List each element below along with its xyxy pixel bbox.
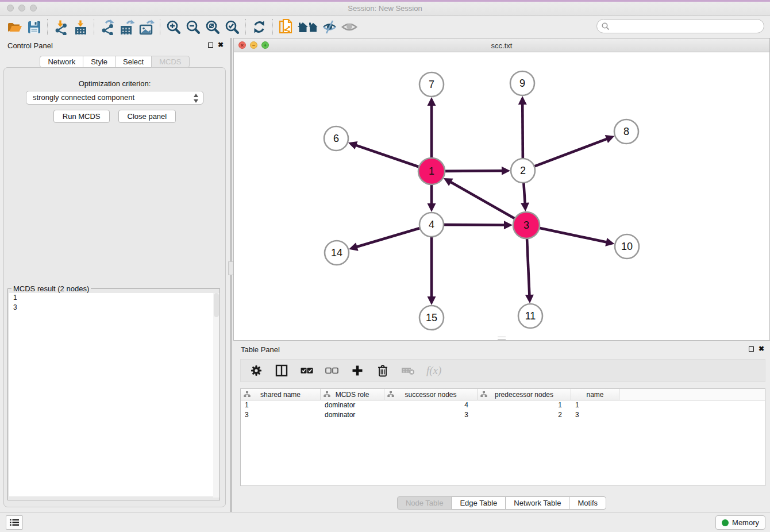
export-image-button[interactable] [137, 18, 156, 36]
search-input[interactable] [613, 21, 764, 31]
network-canvas[interactable]: 7968124314101511 [234, 52, 769, 340]
memory-button[interactable]: Memory [715, 515, 765, 530]
table-cell[interactable]: dominator [321, 410, 384, 420]
new-network-from-selection-button[interactable] [276, 18, 296, 36]
zoom-selected-button[interactable] [222, 18, 242, 36]
table-cell[interactable]: 1 [478, 400, 571, 410]
open-folder-icon [7, 20, 22, 34]
open-file-button[interactable] [5, 18, 24, 36]
graph-edge-2-3[interactable] [523, 183, 525, 204]
criterion-dropdown[interactable]: strongly connected component [26, 91, 203, 105]
show-graphics-details-button[interactable] [340, 18, 359, 36]
graph-edge-3-10[interactable] [540, 228, 607, 242]
table-cell[interactable]: 3 [241, 410, 321, 420]
zoom-in-button[interactable] [164, 18, 183, 36]
zoom-fit-button[interactable] [203, 18, 222, 36]
export-table-button[interactable] [117, 18, 137, 36]
column-header-MCDS-role[interactable]: MCDS role [321, 389, 384, 400]
export-image-icon [138, 20, 155, 35]
import-network-button[interactable] [51, 18, 71, 36]
column-type-icon [244, 391, 251, 398]
import-table-button[interactable] [71, 18, 90, 36]
table-panel: Table Panel ✖ [233, 342, 770, 511]
float-panel-icon[interactable] [208, 43, 213, 48]
zoom-out-button[interactable] [183, 18, 203, 36]
table-cell[interactable]: 1 [571, 400, 619, 410]
tab-edge-table[interactable]: Edge Table [451, 496, 506, 510]
column-header-successor-nodes[interactable]: successor nodes [384, 389, 478, 400]
apply-layout-button[interactable] [249, 18, 269, 36]
column-header-name[interactable]: name [571, 389, 619, 400]
table-cell[interactable]: 4 [384, 400, 478, 410]
save-icon [27, 20, 41, 34]
graph-node-label: 8 [623, 126, 629, 137]
task-history-button[interactable] [6, 515, 23, 530]
export-network-button[interactable] [98, 18, 117, 36]
search-field[interactable] [596, 19, 764, 33]
graph-edge-3-1[interactable] [450, 182, 515, 218]
delete-table-button[interactable] [376, 364, 390, 377]
graph-edge-4-14[interactable] [356, 228, 420, 247]
edge-arrowhead [502, 167, 510, 175]
hide-selected-button[interactable] [320, 18, 340, 36]
deselect-all-button[interactable] [325, 364, 339, 377]
delete-column-button[interactable] [401, 364, 415, 377]
table-cell[interactable]: 1 [241, 400, 321, 410]
table-cell[interactable]: 3 [571, 410, 619, 420]
network-view-window: scc.txt × − + 7968124314101511 [233, 38, 770, 341]
graph-edge-1-6[interactable] [355, 145, 419, 167]
graph-node-label: 11 [525, 310, 536, 322]
table-settings-button[interactable] [249, 364, 263, 377]
column-header-label: predecessor nodes [495, 391, 553, 399]
tab-mcds[interactable]: MCDS [151, 56, 189, 68]
tab-motifs[interactable]: Motifs [569, 496, 606, 510]
save-session-button[interactable] [24, 18, 44, 36]
close-panel-icon[interactable]: ✖ [218, 41, 224, 48]
network-maximize-button[interactable]: + [261, 41, 269, 49]
table-cell[interactable]: 2 [478, 410, 571, 420]
graph-edge-3-11[interactable] [527, 238, 529, 296]
network-close-button[interactable]: × [238, 41, 246, 49]
run-mcds-button[interactable]: Run MCDS [53, 110, 110, 123]
function-builder-button[interactable]: f(x) [426, 364, 441, 377]
first-neighbors-button[interactable] [296, 18, 320, 36]
tab-network-table[interactable]: Network Table [505, 496, 569, 510]
mcds-result-textarea[interactable]: 13 [9, 293, 218, 496]
column-view-button[interactable] [275, 364, 288, 377]
export-network-icon [100, 20, 116, 35]
graph-node-label: 15 [426, 312, 437, 323]
column-type-icon [387, 391, 394, 398]
graph-node-label: 14 [331, 247, 342, 259]
mcds-panel: Optimization criterion: strongly connect… [3, 67, 226, 507]
close-table-panel-icon[interactable]: ✖ [759, 345, 764, 352]
columns-icon [275, 364, 288, 377]
graph-edge-1-2[interactable] [445, 171, 503, 171]
add-row-button[interactable] [351, 364, 364, 377]
chevron-updown-icon [193, 94, 199, 103]
select-all-button[interactable] [300, 364, 314, 377]
tab-select[interactable]: Select [115, 56, 152, 68]
control-panel-title: Control Panel [7, 41, 53, 50]
table-row[interactable]: 3dominator323 [241, 410, 765, 420]
float-table-panel-icon[interactable] [749, 346, 754, 352]
tab-network[interactable]: Network [40, 56, 83, 68]
graph-edge-2-9[interactable] [522, 103, 523, 159]
table-cell[interactable]: dominator [321, 400, 384, 410]
network-resize-grip[interactable] [498, 337, 506, 340]
optimization-criterion-label: Optimization criterion: [4, 79, 225, 88]
network-minimize-button[interactable]: − [250, 41, 257, 49]
column-header-predecessor-nodes[interactable]: predecessor nodes [478, 389, 571, 400]
network-window-titlebar[interactable]: scc.txt × − + [234, 38, 769, 52]
result-scrollbar[interactable] [213, 293, 220, 498]
tab-style[interactable]: Style [83, 56, 116, 68]
column-header-shared-name[interactable]: shared name [241, 389, 321, 400]
edge-arrowhead [518, 96, 527, 105]
close-panel-button[interactable]: Close panel [118, 110, 176, 123]
tab-node-table[interactable]: Node Table [397, 496, 452, 510]
checked-boxes-icon [301, 367, 313, 374]
eye-slash-icon [322, 20, 338, 34]
graph-edge-2-8[interactable] [534, 138, 608, 166]
table-cell[interactable]: 3 [384, 410, 478, 420]
table-row[interactable]: 1dominator411 [241, 400, 765, 410]
graph-edge-4-3[interactable] [444, 225, 505, 225]
